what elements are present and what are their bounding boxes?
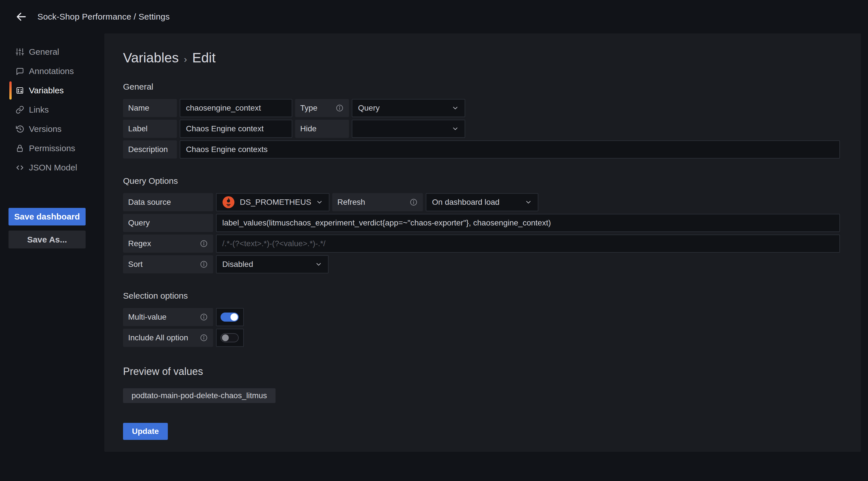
sidebar-item-variables[interactable]: Variables xyxy=(0,81,104,100)
toggle-switch-off xyxy=(221,333,239,342)
sidebar-item-versions[interactable]: Versions xyxy=(0,119,104,139)
name-input[interactable] xyxy=(180,99,292,117)
calculator-icon xyxy=(16,86,24,95)
sidebar-item-label: Annotations xyxy=(29,66,74,76)
sort-select[interactable]: Disabled xyxy=(216,255,329,273)
data-source-field-label: Data source xyxy=(123,193,213,211)
query-input[interactable] xyxy=(216,214,840,232)
history-icon xyxy=(16,125,24,133)
prometheus-icon xyxy=(222,196,235,208)
breadcrumb-page: Edit xyxy=(192,50,216,65)
variables-edit-panel: Variables › Edit General Name Type xyxy=(104,33,861,452)
sidebar-item-label: JSON Model xyxy=(29,163,77,173)
sidebar-item-label: Links xyxy=(29,105,49,115)
arrow-left-icon xyxy=(15,11,27,23)
multi-value-toggle[interactable] xyxy=(216,308,244,326)
include-all-field-label: Include All option xyxy=(123,329,213,347)
name-field-label: Name xyxy=(123,99,177,117)
toggle-switch-on xyxy=(221,312,239,322)
comment-icon xyxy=(16,67,24,76)
breadcrumb-section[interactable]: Variables xyxy=(123,50,179,65)
hide-field-label: Hide xyxy=(295,120,349,138)
page-title: Sock-Shop Performance / Settings xyxy=(37,12,170,22)
include-all-toggle[interactable] xyxy=(216,329,244,347)
info-icon[interactable] xyxy=(199,239,208,248)
hide-select[interactable] xyxy=(352,120,465,138)
preview-value-chip: podtato-main-pod-delete-chaos_litmus xyxy=(123,388,276,403)
chevron-down-icon xyxy=(452,125,459,132)
label-input[interactable] xyxy=(180,120,292,138)
sidebar-item-permissions[interactable]: Permissions xyxy=(0,139,104,158)
sidebar-item-label: General xyxy=(29,47,59,57)
link-icon xyxy=(16,106,24,114)
selection-options-heading: Selection options xyxy=(123,291,840,301)
update-button[interactable]: Update xyxy=(123,423,168,440)
regex-field-label: Regex xyxy=(123,235,213,253)
sidebar-item-label: Versions xyxy=(29,124,62,134)
info-icon[interactable] xyxy=(199,260,208,269)
query-options-heading: Query Options xyxy=(123,176,840,186)
sidebar-item-general[interactable]: General xyxy=(0,42,104,62)
refresh-select[interactable]: On dashboard load xyxy=(426,193,538,211)
sidebar-item-label: Variables xyxy=(29,86,64,95)
type-field-label: Type xyxy=(295,99,349,117)
settings-sidebar: General Annotations Variables xyxy=(0,33,104,248)
preview-heading: Preview of values xyxy=(123,366,840,378)
data-source-select[interactable]: DS_PROMETHEUS xyxy=(216,193,330,211)
description-field-label: Description xyxy=(123,140,177,158)
refresh-field-label: Refresh xyxy=(332,193,423,211)
breadcrumb: Variables › Edit xyxy=(123,50,840,65)
chevron-down-icon xyxy=(452,104,459,112)
multi-value-field-label: Multi-value xyxy=(123,308,213,326)
label-field-label: Label xyxy=(123,120,177,138)
back-button[interactable] xyxy=(13,8,29,25)
info-icon[interactable] xyxy=(199,333,208,342)
save-dashboard-button[interactable]: Save dashboard xyxy=(8,208,86,226)
chevron-down-icon xyxy=(525,199,532,206)
description-input[interactable] xyxy=(180,140,840,158)
code-icon xyxy=(16,163,24,172)
query-field-label: Query xyxy=(123,214,213,232)
type-select[interactable]: Query xyxy=(352,99,465,117)
info-icon[interactable] xyxy=(335,104,344,112)
sliders-icon xyxy=(16,48,24,56)
grafana-settings-page: Sock-Shop Performance / Settings General xyxy=(0,0,868,481)
sidebar-item-links[interactable]: Links xyxy=(0,100,104,119)
info-icon[interactable] xyxy=(409,198,418,207)
info-icon[interactable] xyxy=(199,313,208,321)
save-as-button[interactable]: Save As... xyxy=(8,231,86,248)
sort-field-label: Sort xyxy=(123,255,213,273)
chevron-down-icon xyxy=(316,199,323,206)
sidebar-item-json-model[interactable]: JSON Model xyxy=(0,158,104,177)
general-heading: General xyxy=(123,82,840,92)
top-navbar: Sock-Shop Performance / Settings xyxy=(0,0,868,33)
lock-icon xyxy=(16,144,24,153)
breadcrumb-separator: › xyxy=(184,54,187,65)
chevron-down-icon xyxy=(315,261,322,268)
regex-input[interactable] xyxy=(216,235,840,253)
sidebar-item-annotations[interactable]: Annotations xyxy=(0,62,104,81)
sidebar-item-label: Permissions xyxy=(29,144,75,153)
